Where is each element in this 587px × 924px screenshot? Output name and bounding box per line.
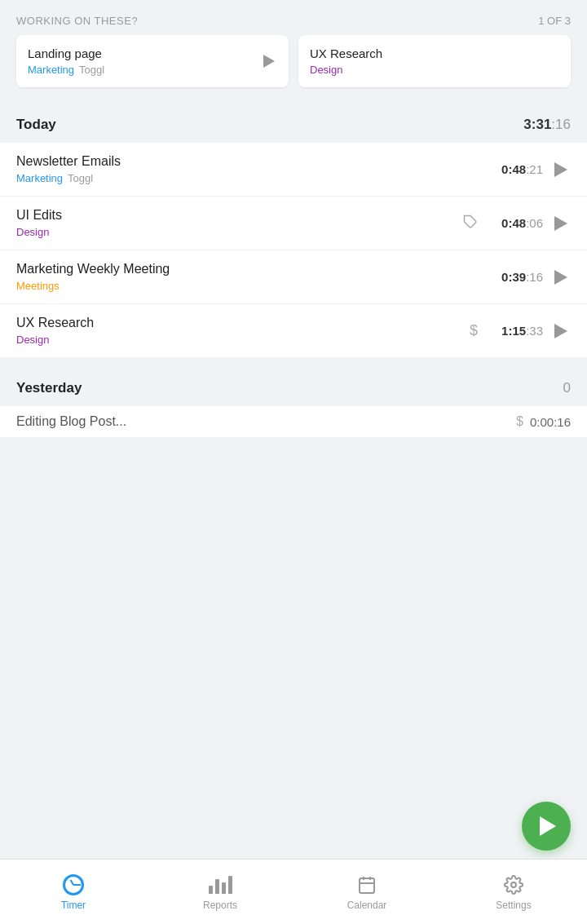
entry-newsletter-tag-marketing: Marketing [16, 172, 63, 184]
entry-ui-edits-title: UI Edits [16, 208, 463, 223]
play-triangle-0 [263, 55, 275, 68]
nav-calendar-label: Calendar [347, 900, 387, 911]
working-header: WORKING ON THESE? 1 OF 3 [0, 0, 587, 35]
entry-ui-edits-tag-design: Design [16, 226, 49, 238]
entry-ux-research-duration: 1:15:33 [486, 324, 543, 338]
reports-icon [209, 873, 232, 896]
fab-play-triangle [540, 816, 556, 836]
today-label: Today [16, 117, 56, 133]
entry-marketing-meeting-tags: Meetings [16, 280, 486, 292]
entries-list: Newsletter Emails Marketing Toggl 0:48:2… [0, 143, 587, 357]
play-triangle-newsletter [554, 162, 567, 177]
nav-item-timer[interactable]: Timer [0, 867, 147, 917]
clock-icon [63, 874, 84, 895]
entry-ux-research-tags: Design [16, 334, 470, 346]
entry-ui-edits-tags: Design [16, 226, 463, 238]
entry-ux-research-info: UX Research Design [16, 316, 470, 346]
timer-icon [62, 873, 85, 896]
dollar-icon: $ [470, 322, 478, 339]
yesterday-entry-partial[interactable]: Editing Blog Post... $ 0:00:16 [0, 406, 587, 437]
play-triangle-ux-research [554, 324, 567, 338]
entry-marketing-meeting-right: 0:39:16 [486, 267, 571, 287]
nav-settings-label: Settings [496, 900, 531, 911]
working-header-count: 1 OF 3 [538, 15, 571, 27]
play-triangle-marketing-meeting [554, 270, 567, 285]
today-total-bold: 3:31 [523, 117, 551, 132]
entry-newsletter-title: Newsletter Emails [16, 154, 486, 169]
entry-newsletter-duration: 0:48:21 [486, 162, 543, 176]
nav-reports-label: Reports [203, 900, 237, 911]
entry-ux-research-right: $ 1:15:33 [470, 321, 571, 341]
tag-toggl-0: Toggl [79, 64, 104, 76]
entry-newsletter[interactable]: Newsletter Emails Marketing Toggl 0:48:2… [0, 143, 587, 197]
entry-newsletter-info: Newsletter Emails Marketing Toggl [16, 154, 486, 184]
working-card-title-0: Landing page [28, 46, 261, 60]
yesterday-partial-right: $ 0:00:16 [516, 414, 571, 429]
entry-ui-edits-duration: 0:48:06 [486, 216, 543, 230]
yesterday-partial-duration: 0:00:16 [530, 415, 571, 429]
tag-design-1: Design [310, 64, 342, 76]
today-total: 3:31:16 [523, 117, 571, 133]
yesterday-section-header: Yesterday 0 [0, 367, 587, 406]
working-card-tags-1: Design [310, 64, 559, 76]
yesterday-label: Yesterday [16, 380, 82, 396]
entry-ux-research[interactable]: UX Research Design $ 1:15:33 [0, 304, 587, 357]
entry-marketing-meeting-duration: 0:39:16 [486, 270, 543, 284]
working-cards: Landing page Marketing Toggl UX Research… [0, 35, 587, 104]
entry-ux-research-title: UX Research [16, 316, 470, 330]
settings-icon [502, 873, 525, 896]
play-icon-0[interactable] [261, 53, 277, 69]
working-card-info-1: UX Research Design [310, 46, 559, 76]
entry-newsletter-right: 0:48:21 [486, 160, 571, 179]
calendar-icon [355, 873, 378, 896]
entry-ui-edits-right: 0:48:06 [463, 214, 571, 233]
gear-svg [504, 875, 523, 895]
working-card-info-0: Landing page Marketing Toggl [28, 46, 261, 76]
entry-ux-research-tag-design: Design [16, 334, 49, 346]
yesterday-total-light: 0 [563, 380, 571, 396]
entry-marketing-meeting-tag: Meetings [16, 280, 60, 292]
fab-play-button[interactable] [522, 802, 571, 851]
entry-newsletter-tag-toggl: Toggl [68, 172, 93, 184]
entry-newsletter-play[interactable] [551, 160, 571, 179]
working-card-title-1: UX Research [310, 46, 559, 60]
entry-ui-edits-info: UI Edits Design [16, 208, 463, 238]
entry-ui-edits[interactable]: UI Edits Design 0:48:06 [0, 197, 587, 250]
today-section-header: Today 3:31:16 [0, 104, 587, 143]
svg-rect-1 [360, 878, 374, 893]
svg-point-5 [511, 882, 516, 887]
entry-ux-research-play[interactable] [551, 321, 571, 341]
entry-marketing-meeting-info: Marketing Weekly Meeting Meetings [16, 262, 486, 292]
yesterday-partial-title: Editing Blog Post... [16, 414, 516, 429]
tag-marketing-0: Marketing [28, 64, 74, 76]
working-header-label: WORKING ON THESE? [16, 15, 138, 27]
yesterday-total: 0 [563, 380, 571, 396]
yesterday-dollar-icon: $ [516, 414, 523, 429]
nav-item-calendar[interactable]: Calendar [294, 867, 440, 917]
nav-item-reports[interactable]: Reports [147, 867, 294, 917]
entry-ui-edits-play[interactable] [551, 214, 571, 233]
bottom-nav: Timer Reports Calendar [0, 859, 587, 924]
calendar-svg [357, 875, 377, 895]
nav-item-settings[interactable]: Settings [440, 867, 587, 917]
play-triangle-ui-edits [554, 216, 567, 231]
nav-timer-label: Timer [61, 900, 86, 911]
entry-marketing-meeting-title: Marketing Weekly Meeting [16, 262, 486, 276]
yesterday-entries: Editing Blog Post... $ 0:00:16 [0, 406, 587, 437]
yesterday-partial-info: Editing Blog Post... [16, 414, 516, 429]
tag-icon [463, 214, 478, 232]
entry-newsletter-tags: Marketing Toggl [16, 172, 486, 184]
entry-marketing-meeting[interactable]: Marketing Weekly Meeting Meetings 0:39:1… [0, 250, 587, 304]
today-total-light: :16 [551, 117, 571, 132]
bar-chart-icon [209, 876, 232, 894]
working-card-1[interactable]: UX Research Design [298, 35, 571, 87]
working-card-tags-0: Marketing Toggl [28, 64, 261, 76]
entry-marketing-meeting-play[interactable] [551, 267, 571, 287]
working-card-0[interactable]: Landing page Marketing Toggl [16, 35, 289, 87]
